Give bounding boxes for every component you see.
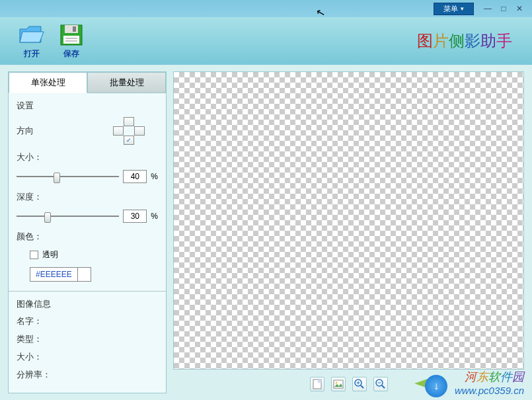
- right-panel: [173, 71, 524, 393]
- svg-rect-3: [63, 36, 79, 44]
- size-row: 大小：: [17, 151, 158, 163]
- transparent-row: 透明: [30, 249, 158, 260]
- canvas-toolbar: [173, 375, 524, 393]
- direction-up-button[interactable]: [124, 117, 134, 126]
- page-icon: [313, 379, 322, 389]
- menu-label: 菜单: [443, 4, 458, 14]
- color-label: 颜色：: [17, 231, 42, 243]
- svg-rect-7: [318, 380, 321, 383]
- depth-row: 深度：: [17, 191, 158, 203]
- svg-rect-8: [334, 380, 343, 388]
- info-type-row: 类型：: [17, 333, 158, 345]
- direction-pad: ✓: [113, 117, 145, 145]
- app-title: 图片侧影助手: [417, 30, 512, 52]
- zoom-out-icon: [375, 379, 386, 389]
- size-slider[interactable]: [17, 170, 119, 183]
- direction-right-button[interactable]: [134, 126, 145, 136]
- minimize-button[interactable]: —: [480, 3, 495, 14]
- settings-section-title: 设置: [17, 100, 158, 112]
- direction-down-button[interactable]: ✓: [124, 136, 134, 145]
- save-button[interactable]: 保存: [58, 23, 85, 60]
- divider: [9, 291, 166, 292]
- tab-batch-process[interactable]: 批量处理: [87, 72, 166, 93]
- transparent-label: 透明: [42, 249, 58, 260]
- depth-label: 深度：: [17, 191, 42, 203]
- color-row: 颜色：: [17, 231, 158, 243]
- titlebar: 菜单 ▾ — □ ✕: [0, 0, 532, 17]
- chevron-down-icon: ▾: [461, 5, 464, 12]
- zoom-in-icon: [354, 379, 365, 389]
- info-name-row: 名字：: [17, 315, 158, 327]
- color-swatch-button[interactable]: [78, 267, 91, 282]
- folder-open-icon: [19, 23, 45, 47]
- info-size-row: 大小：: [17, 351, 158, 363]
- svg-line-11: [361, 385, 363, 388]
- picture-icon: [333, 380, 344, 389]
- floppy-disk-icon: [58, 23, 85, 47]
- tab-single-process[interactable]: 单张处理: [9, 72, 87, 93]
- depth-slider-thumb[interactable]: [44, 212, 51, 223]
- color-hex-display: #EEEEEE: [30, 267, 78, 282]
- direction-left-button[interactable]: [113, 126, 124, 136]
- save-label: 保存: [63, 48, 79, 60]
- watermark-logo-icon: ↓: [425, 375, 447, 397]
- close-button[interactable]: ✕: [512, 3, 527, 14]
- size-slider-row: %: [17, 170, 158, 183]
- window-controls: — □ ✕: [480, 3, 527, 14]
- new-page-button[interactable]: [310, 377, 324, 391]
- percent-label-2: %: [151, 212, 158, 221]
- direction-row: 方向 ✓: [17, 117, 158, 145]
- percent-label: %: [151, 172, 158, 181]
- zoom-in-button[interactable]: [352, 377, 367, 391]
- info-resolution-row: 分辨率：: [17, 369, 158, 381]
- open-button[interactable]: 打开: [19, 23, 45, 60]
- panel-body: 设置 方向 ✓ 大小：: [9, 93, 166, 393]
- image-canvas[interactable]: [173, 71, 524, 370]
- app-window: 菜单 ▾ — □ ✕ ↖ 打开 保存 图片侧影助手 单张处理: [0, 0, 532, 400]
- size-input[interactable]: [123, 170, 147, 183]
- size-slider-thumb[interactable]: [54, 173, 60, 183]
- content-area: 单张处理 批量处理 设置 方向 ✓ 大小：: [0, 65, 532, 400]
- color-picker-row: #EEEEEE: [30, 267, 158, 282]
- svg-rect-2: [73, 26, 76, 32]
- depth-input[interactable]: [123, 210, 147, 223]
- size-label: 大小：: [17, 151, 42, 163]
- left-panel: 单张处理 批量处理 设置 方向 ✓ 大小：: [8, 71, 167, 393]
- tab-bar: 单张处理 批量处理: [9, 72, 166, 93]
- menu-dropdown-button[interactable]: 菜单 ▾: [434, 3, 474, 15]
- depth-slider-row: %: [17, 210, 158, 223]
- toolbar: 打开 保存 图片侧影助手: [0, 17, 532, 65]
- svg-line-15: [382, 385, 385, 388]
- direction-label: 方向: [17, 125, 50, 137]
- maximize-button[interactable]: □: [496, 3, 511, 14]
- svg-point-9: [335, 382, 337, 384]
- depth-slider[interactable]: [17, 210, 119, 223]
- image-info-section-title: 图像信息: [17, 298, 158, 310]
- open-label: 打开: [24, 48, 40, 60]
- image-button[interactable]: [331, 377, 346, 391]
- transparent-checkbox[interactable]: [30, 251, 38, 259]
- zoom-out-button[interactable]: [373, 377, 388, 391]
